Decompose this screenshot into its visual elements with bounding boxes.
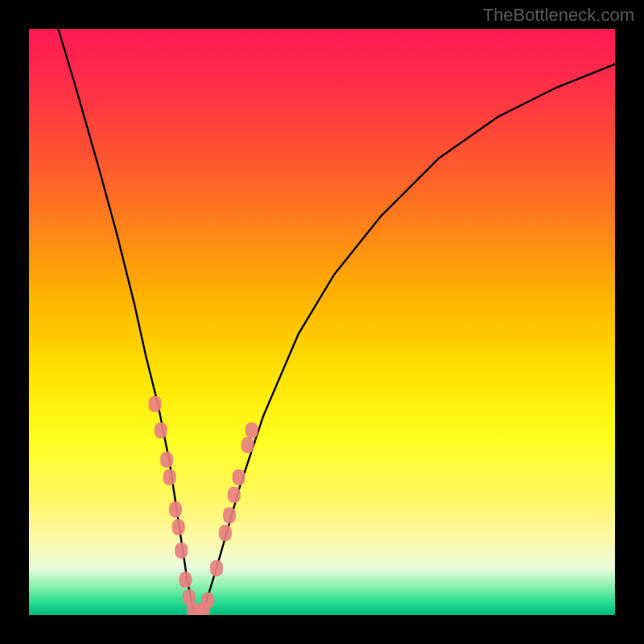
svg-rect-5 bbox=[172, 519, 185, 535]
svg-rect-17 bbox=[233, 469, 246, 485]
svg-rect-14 bbox=[219, 525, 232, 541]
svg-rect-19 bbox=[246, 423, 258, 439]
plot-area bbox=[29, 29, 615, 615]
data-markers bbox=[149, 396, 258, 615]
watermark-text: TheBottleneck.com bbox=[483, 5, 634, 26]
svg-rect-18 bbox=[242, 437, 254, 453]
svg-rect-7 bbox=[179, 572, 192, 588]
svg-rect-15 bbox=[223, 507, 236, 523]
svg-rect-16 bbox=[228, 487, 241, 503]
svg-rect-6 bbox=[175, 543, 188, 559]
curve-line bbox=[58, 29, 615, 615]
svg-rect-0 bbox=[149, 396, 162, 412]
svg-rect-1 bbox=[155, 423, 167, 439]
svg-rect-13 bbox=[210, 560, 223, 576]
chart-svg bbox=[29, 29, 615, 615]
svg-rect-3 bbox=[163, 469, 176, 485]
svg-rect-4 bbox=[169, 502, 182, 518]
svg-rect-2 bbox=[160, 452, 173, 468]
svg-rect-12 bbox=[201, 592, 214, 609]
chart-container: TheBottleneck.com bbox=[0, 0, 644, 644]
